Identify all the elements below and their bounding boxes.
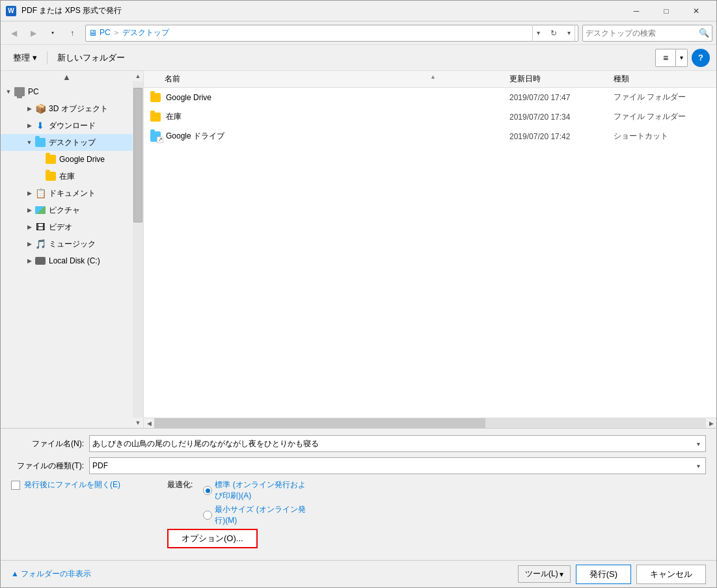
sidebar-item-pictures[interactable]: ▶ ピクチャ: [1, 202, 133, 219]
toolbar: 整理 ▾ 新しいフォルダー ≡ ▾ ?: [1, 45, 716, 71]
new-folder-button[interactable]: 新しいフォルダー: [51, 48, 131, 68]
pics-icon: [34, 204, 46, 216]
sidebar-item-localdisk[interactable]: ▶ Local Disk (C:): [1, 252, 133, 269]
new-folder-label: 新しいフォルダー: [57, 52, 125, 64]
dropdown-nav-button[interactable]: ▾: [44, 24, 62, 42]
sidebar-item-documents[interactable]: ▶ 📋 ドキュメント: [1, 185, 133, 202]
sidebar-item-music[interactable]: ▶ 🎵 ミュージック: [1, 235, 133, 252]
hscroll-thumb[interactable]: [154, 418, 485, 429]
minimize-button[interactable]: ─: [621, 1, 651, 21]
path-desktop[interactable]: デスクトップ: [122, 28, 169, 37]
vscroll-up-arrow[interactable]: ▲: [133, 71, 143, 81]
options-left: 発行後にファイルを開く(E): [11, 479, 167, 490]
path-pc[interactable]: PC: [100, 28, 111, 37]
zaiko-icon: [45, 170, 57, 182]
expand-downloads-icon: ▶: [24, 120, 34, 131]
file-folder-icon: [149, 91, 162, 104]
footer-right: ツール(L) ▾ 発行(S) キャンセル: [518, 565, 706, 584]
folder-toggle[interactable]: ▲ フォルダーの非表示: [11, 568, 91, 580]
file-type-0: ファイル フォルダー: [614, 92, 711, 103]
sidebar: ▲ ▼ PC ▶ 📦 3D オブジェクト: [1, 71, 133, 428]
vscroll-down-arrow[interactable]: ▼: [133, 418, 143, 428]
sidebar-scrollbar: ▲ ▼: [133, 71, 143, 428]
expand-docs-icon: ▶: [24, 188, 34, 198]
search-input[interactable]: [586, 29, 696, 38]
organize-button[interactable]: 整理 ▾: [7, 48, 43, 68]
address-expand-button[interactable]: ▾: [563, 25, 575, 42]
publish-button[interactable]: 発行(S): [576, 565, 631, 584]
vscroll-track: [133, 81, 143, 418]
filetype-dropdown-icon[interactable]: ▾: [694, 462, 703, 470]
table-row[interactable]: 在庫 2019/07/20 17:34 ファイル フォルダー: [144, 107, 716, 127]
filename-input[interactable]: あしびきの山鳥の尾のしだり尾のながながし夜をひとりかも寝る ▾: [89, 435, 706, 452]
sidebar-item-google-drive[interactable]: ▶ Google Drive: [1, 151, 133, 168]
optimize-group: 最適化: 標準 (オンライン発行および印刷)(A) 最小サイズ (オンライン発行…: [167, 479, 306, 526]
pc-label: PC: [28, 87, 39, 96]
3d-label: 3D オブジェクト: [49, 103, 108, 114]
file-name-1: 在庫: [166, 111, 509, 122]
file-date-2: 2019/07/20 17:42: [509, 132, 614, 141]
sidebar-item-zaiko[interactable]: ▶ 在庫: [1, 168, 133, 185]
organize-dropdown-icon: ▾: [33, 53, 37, 62]
open-after-label[interactable]: 発行後にファイルを開く(E): [24, 479, 120, 490]
tools-dropdown-icon: ▾: [560, 570, 563, 579]
up-button[interactable]: ↑: [63, 24, 81, 42]
optimize-label: 最適化:: [167, 479, 193, 490]
view-dropdown-button[interactable]: ▾: [676, 49, 688, 67]
sidebar-scroll-up[interactable]: ▲: [1, 71, 133, 83]
open-after-checkbox[interactable]: [11, 481, 20, 490]
view-mode-button[interactable]: ≡: [655, 49, 676, 67]
close-button[interactable]: ✕: [681, 1, 711, 21]
filetype-input[interactable]: PDF ▾: [89, 457, 706, 474]
sidebar-item-videos[interactable]: ▶ 🎞 ビデオ: [1, 219, 133, 235]
hscroll-left-arrow[interactable]: ◀: [144, 418, 154, 429]
radio-small[interactable]: [203, 511, 212, 520]
expand-3d-icon: ▶: [24, 103, 34, 114]
expand-pics-icon: ▶: [24, 205, 34, 215]
cancel-button[interactable]: キャンセル: [636, 565, 706, 584]
sidebar-item-3d[interactable]: ▶ 📦 3D オブジェクト: [1, 100, 133, 117]
main-content: ▲ ▼ PC ▶ 📦 3D オブジェクト: [1, 71, 716, 428]
dialog-window: W PDF または XPS 形式で発行 ─ □ ✕ ◀ ▶ ▾ ↑ 🖥 PC ＞…: [0, 0, 717, 588]
file-shortcut-icon: [149, 130, 162, 143]
vscroll-thumb[interactable]: [133, 88, 142, 222]
tools-label: ツール(L): [525, 568, 558, 580]
tools-button[interactable]: ツール(L) ▾: [518, 565, 571, 583]
filename-dropdown-icon[interactable]: ▾: [694, 440, 703, 448]
radio-small-item: 最小サイズ (オンライン発行)(M): [203, 504, 306, 526]
file-folder-icon-2: [149, 111, 162, 124]
filename-row: ファイル名(N): あしびきの山鳥の尾のしだり尾のながながし夜をひとりかも寝る …: [11, 435, 706, 452]
forward-button[interactable]: ▶: [24, 24, 42, 42]
sidebar-item-desktop[interactable]: ▼ デスクトップ: [1, 134, 133, 151]
navigation-bar: ◀ ▶ ▾ ↑ 🖥 PC ＞ デスクトップ ▾ ↻ ▾ 🔍: [1, 21, 716, 45]
expand-localdisk-icon: ▶: [24, 256, 34, 266]
file-list-header: 名前 更新日時 種類: [144, 71, 716, 88]
radio-standard[interactable]: [203, 486, 212, 495]
downloads-icon: ⬇: [34, 120, 46, 131]
filetype-label: ファイルの種類(T):: [11, 461, 89, 472]
maximize-button[interactable]: □: [651, 1, 681, 21]
gdrive-label: Google Drive: [59, 155, 105, 164]
hscroll-right-arrow[interactable]: ▶: [706, 418, 716, 429]
documents-label: ドキュメント: [49, 188, 96, 199]
sidebar-item-downloads[interactable]: ▶ ⬇ ダウンロード: [1, 117, 133, 134]
col-name-header[interactable]: 名前: [165, 74, 509, 85]
options-button[interactable]: オプション(O)...: [167, 529, 258, 548]
sidebar-item-pc[interactable]: ▼ PC: [1, 83, 133, 100]
window-controls: ─ □ ✕: [621, 1, 711, 21]
col-date-header[interactable]: 更新日時: [509, 74, 614, 85]
footer: ▲ フォルダーの非表示 ツール(L) ▾ 発行(S) キャンセル: [1, 560, 716, 587]
table-row[interactable]: Google Drive 2019/07/20 17:47 ファイル フォルダー: [144, 88, 716, 107]
open-after-group: 発行後にファイルを開く(E): [11, 479, 120, 490]
options-right: 最適化: 標準 (オンライン発行および印刷)(A) 最小サイズ (オンライン発行…: [167, 479, 706, 548]
help-button[interactable]: ?: [692, 49, 710, 67]
radio-standard-label[interactable]: 標準 (オンライン発行および印刷)(A): [215, 479, 306, 501]
col-type-header[interactable]: 種類: [614, 74, 711, 85]
back-button[interactable]: ◀: [5, 24, 23, 42]
filetype-value: PDF: [92, 461, 694, 470]
radio-small-label[interactable]: 最小サイズ (オンライン発行)(M): [215, 504, 306, 526]
options-row: 発行後にファイルを開く(E) 最適化: 標準 (オンライン発行および印刷)(A)…: [11, 479, 706, 548]
address-dropdown-button[interactable]: ▾: [532, 25, 544, 42]
table-row[interactable]: Google ドライブ 2019/07/20 17:42 ショートカット: [144, 127, 716, 146]
address-refresh-button[interactable]: ↻: [547, 26, 561, 40]
